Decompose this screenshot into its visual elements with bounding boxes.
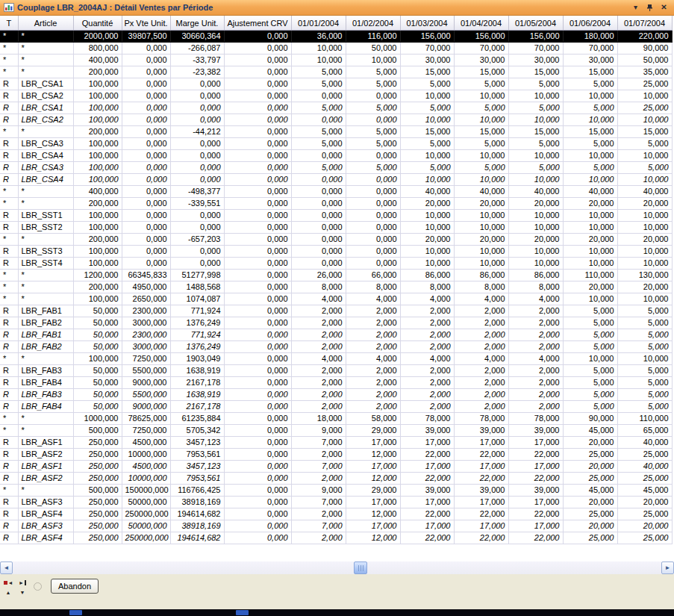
grid-cell[interactable]: 15,000 <box>454 126 508 138</box>
grid-cell[interactable]: 5,000 <box>563 377 617 389</box>
grid-cell[interactable]: 194614,682 <box>170 532 224 544</box>
grid-cell[interactable]: 20,000 <box>563 497 617 508</box>
grid-cell[interactable]: 2,000 <box>291 305 346 317</box>
grid-cell[interactable]: LBR_FAB1 <box>18 305 73 317</box>
grid-cell[interactable]: 0,000 <box>224 532 291 544</box>
grid-cell[interactable]: 10,000 <box>617 222 672 234</box>
grid-cell[interactable]: 0,000 <box>170 162 224 174</box>
grid-cell[interactable]: * <box>18 198 73 210</box>
grid-cell[interactable]: 20,000 <box>563 437 617 449</box>
grid-cell[interactable]: 0,000 <box>122 222 170 234</box>
grid-cell[interactable]: LBR_CSA4 <box>18 174 73 186</box>
grid-cell[interactable]: 2,000 <box>454 401 508 413</box>
grid-cell[interactable]: LBR_FAB3 <box>18 389 73 401</box>
grid-cell[interactable]: R <box>0 210 18 222</box>
grid-cell[interactable]: * <box>0 43 18 55</box>
grid-cell[interactable]: 5,000 <box>454 138 508 150</box>
grid-cell[interactable]: R <box>0 258 18 270</box>
grid-cell[interactable]: 9,000 <box>291 425 346 437</box>
column-header-01-02-2004[interactable]: 01/02/2004 <box>346 16 400 31</box>
grid-cell[interactable]: 70,000 <box>563 43 617 55</box>
grid-cell[interactable]: 5,000 <box>563 365 617 377</box>
grid-cell[interactable]: 10,000 <box>563 222 617 234</box>
grid-cell[interactable]: 5,000 <box>617 162 672 174</box>
grid-cell[interactable]: 10,000 <box>454 246 508 258</box>
column-header-article[interactable]: Article <box>18 16 73 31</box>
grid-cell[interactable]: 2300,000 <box>122 329 170 341</box>
grid-cell[interactable]: R <box>0 246 18 258</box>
grid-cell[interactable]: LBR_ASF2 <box>18 449 73 461</box>
grid-cell[interactable]: 0,000 <box>224 246 291 258</box>
grid-cell[interactable]: 2,000 <box>291 377 346 389</box>
grid-cell[interactable]: 17,000 <box>346 437 400 449</box>
grid-cell[interactable]: -44,212 <box>170 126 224 138</box>
grid-cell[interactable]: 100,000 <box>73 293 122 305</box>
grid-cell[interactable]: 5,000 <box>617 138 672 150</box>
grid-row[interactable]: RLBR_SST1100,0000,0000,0000,0000,0000,00… <box>0 210 672 222</box>
grid-cell[interactable]: 2,000 <box>346 365 400 377</box>
grid-cell[interactable]: 7,000 <box>291 437 346 449</box>
scroll-track[interactable] <box>13 561 661 574</box>
grid-cell[interactable]: 15,000 <box>563 126 617 138</box>
grid-cell[interactable]: 4,000 <box>346 353 400 365</box>
grid-cell[interactable]: 100,000 <box>73 78 122 90</box>
close-icon[interactable]: ✕ <box>658 2 670 13</box>
grid-cell[interactable]: 10,000 <box>617 114 672 126</box>
grid-cell[interactable]: 8,000 <box>400 281 454 293</box>
grid-cell[interactable]: 2300,000 <box>122 305 170 317</box>
grid-cell[interactable]: 0,000 <box>224 317 291 329</box>
grid-cell[interactable]: 17,000 <box>346 461 400 473</box>
grid-row[interactable]: **1200,00066345,83351277,9980,00026,0006… <box>0 270 672 281</box>
grid-cell[interactable]: 0,000 <box>224 150 291 162</box>
nav-next-button[interactable]: ► <box>16 579 28 587</box>
grid-cell[interactable]: 200,000 <box>73 198 122 210</box>
grid-cell[interactable]: R <box>0 162 18 174</box>
grid-cell[interactable]: 0,000 <box>170 114 224 126</box>
grid-cell[interactable]: 2650,000 <box>122 293 170 305</box>
column-header-t[interactable]: T <box>0 16 18 31</box>
grid-cell[interactable]: 30,000 <box>563 55 617 66</box>
grid-cell[interactable]: 25,000 <box>617 473 672 485</box>
grid-cell[interactable]: 0,000 <box>346 186 400 198</box>
grid-cell[interactable]: 2000,000 <box>73 31 122 43</box>
grid-cell[interactable]: 0,000 <box>224 401 291 413</box>
grid-cell[interactable]: 5,000 <box>563 401 617 413</box>
grid-cell[interactable]: 0,000 <box>224 198 291 210</box>
grid-cell[interactable]: 5,000 <box>563 329 617 341</box>
grid-cell[interactable]: 25,000 <box>563 473 617 485</box>
grid-cell[interactable]: 0,000 <box>122 234 170 246</box>
grid-cell[interactable]: 180,000 <box>563 31 617 43</box>
grid-cell[interactable]: LBR_SST2 <box>18 222 73 234</box>
grid-cell[interactable]: 2,000 <box>346 377 400 389</box>
grid-cell[interactable]: 40,000 <box>563 186 617 198</box>
grid-cell[interactable]: R <box>0 532 18 544</box>
column-header-01-06-2004[interactable]: 01/06/2004 <box>563 16 617 31</box>
grid-cell[interactable]: 2,000 <box>454 389 508 401</box>
grid-cell[interactable]: 10,000 <box>400 222 454 234</box>
grid-cell[interactable]: 116766,425 <box>170 485 224 497</box>
grid-cell[interactable]: 771,924 <box>170 305 224 317</box>
grid-cell[interactable]: 10,000 <box>454 174 508 186</box>
grid-cell[interactable]: 17,000 <box>400 520 454 532</box>
grid-cell[interactable]: 66345,833 <box>122 270 170 281</box>
grid-cell[interactable]: LBR_CSA1 <box>18 102 73 114</box>
grid-cell[interactable]: 10,000 <box>508 174 563 186</box>
grid-cell[interactable]: R <box>0 389 18 401</box>
grid-cell[interactable]: 0,000 <box>170 150 224 162</box>
grid-cell[interactable]: 0,000 <box>346 90 400 102</box>
grid-cell[interactable]: 50,000 <box>73 389 122 401</box>
grid-row[interactable]: RLBR_ASF1250,0004500,0003457,1230,0007,0… <box>0 461 672 473</box>
grid-cell[interactable]: 0,000 <box>224 126 291 138</box>
grid-cell[interactable]: * <box>0 413 18 425</box>
grid-cell[interactable]: 0,000 <box>224 162 291 174</box>
grid-cell[interactable]: 20,000 <box>617 520 672 532</box>
grid-cell[interactable]: 39,000 <box>454 425 508 437</box>
grid-cell[interactable]: 10,000 <box>454 150 508 162</box>
grid-cell[interactable]: 50,000 <box>346 43 400 55</box>
grid-cell[interactable]: 0,000 <box>224 138 291 150</box>
grid-cell[interactable]: 8,000 <box>346 281 400 293</box>
grid-cell[interactable]: 70,000 <box>454 43 508 55</box>
grid-cell[interactable]: 116,000 <box>346 31 400 43</box>
grid-cell[interactable]: 10000,000 <box>122 473 170 485</box>
grid-cell[interactable]: 12,000 <box>346 532 400 544</box>
